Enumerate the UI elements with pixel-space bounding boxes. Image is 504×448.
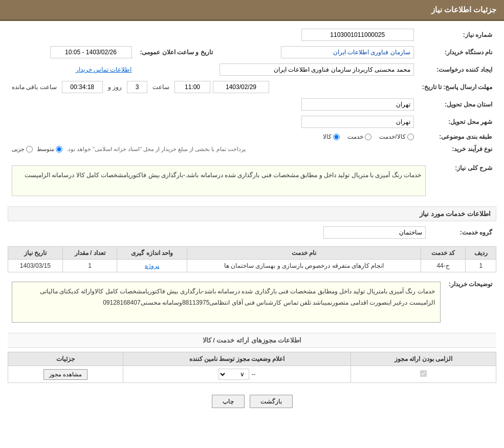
process-jozii-label: جزیی — [12, 146, 25, 153]
general-desc-box: خدمات رنگ آمیزی با متریال تولید داخل و م… — [12, 165, 426, 196]
category-both-label: کالا/خدمت — [379, 133, 405, 140]
permits-table: الزامی بودن ارائه مجوز اعلام وضعیت مجوز … — [8, 352, 496, 383]
city-label: شهر محل تحویل: — [418, 113, 496, 131]
process-type-label: نوع فرآیند خرید: — [418, 143, 496, 155]
permit-status-cell: ∨ -- — [123, 366, 351, 383]
process-motavasset-radio[interactable] — [56, 146, 62, 153]
province-input[interactable] — [301, 98, 414, 111]
service-group-input[interactable] — [323, 226, 426, 239]
buyer-desc-box: خدمات رنگ آمیزی بامتریال تولید داخل ومطا… — [12, 282, 441, 323]
services-table: ردیف کد خدمت نام خدمت واحد اندازه گیری ت… — [8, 246, 496, 272]
category-kala-label: کالا — [323, 133, 332, 140]
back-button[interactable]: بازگشت — [250, 395, 293, 408]
col-row: ردیف — [466, 247, 496, 260]
permit-required-cell — [351, 366, 496, 383]
remaining-time-input[interactable] — [62, 81, 103, 93]
buyer-desc-table: توضیحات خریدار: خدمات رنگ آمیزی بامتریال… — [8, 276, 496, 328]
service-group-label: گروه خدمت: — [430, 224, 496, 241]
category-both-radio[interactable] — [407, 134, 414, 140]
buyer-desc-label: توضیحات خریدار: — [445, 276, 496, 328]
category-label: طبقه بندی موضوعی: — [418, 131, 496, 143]
announcement-date-input[interactable] — [50, 46, 132, 58]
general-desc-table: شرح کلی نیاز: خدمات رنگ آمیزی با متریال … — [8, 160, 496, 201]
permit-status-value: -- — [252, 371, 256, 378]
permit-row: ∨ -- مشاهده مجوز — [8, 366, 496, 383]
service-qty: 1 — [62, 260, 117, 272]
page-title: جزئیات اطلاعات نیاز — [431, 5, 496, 14]
announcement-date-label: تاریخ و ساعت اعلان عمومی: — [136, 44, 217, 61]
remaining-label: ساعت باقی مانده — [12, 83, 57, 91]
deadline-label: مهلت ارسال پاسخ: تا تاریخ: — [418, 78, 496, 96]
permit-status-dropdown[interactable]: ∨ — [218, 369, 249, 380]
contact-info-link[interactable]: اطلاعات تماس خریدار — [76, 66, 132, 73]
days-input[interactable] — [127, 81, 147, 93]
process-motavasset-label: متوسط — [37, 146, 54, 153]
col-name: نام خدمت — [187, 247, 421, 260]
service-group-table: گروه خدمت: — [8, 224, 496, 241]
col-code: کد خدمت — [421, 247, 466, 260]
need-number-label: شماره نیاز: — [418, 26, 496, 44]
time-input[interactable] — [174, 81, 210, 93]
province-label: استان محل تحویل: — [418, 96, 496, 113]
service-date: 1403/03/15 — [8, 260, 63, 272]
permit-details-cell: مشاهده مجوز — [8, 366, 123, 383]
service-unit[interactable]: پروژه — [117, 260, 187, 272]
permit-required-checkbox[interactable] — [420, 370, 427, 377]
service-name: انجام کارهای متفرقه درخصوص بازسازی و بهس… — [187, 260, 421, 272]
service-row-num: 1 — [466, 260, 496, 272]
page-container: جزئیات اطلاعات نیاز شماره نیاز: نام دستگ… — [0, 0, 504, 448]
time-label: ساعت — [152, 83, 169, 91]
col-unit: واحد اندازه گیری — [117, 247, 187, 260]
creator-input[interactable] — [220, 63, 414, 76]
page-header: جزئیات اطلاعات نیاز — [0, 0, 504, 21]
print-button[interactable]: چاپ — [212, 395, 245, 408]
process-jozii-radio[interactable] — [26, 146, 33, 153]
permits-col-required: الزامی بودن ارائه مجوز — [351, 352, 496, 366]
category-service-radio[interactable] — [365, 134, 371, 140]
deadline-date-input[interactable] — [213, 81, 269, 93]
permits-section-title: اطلاعات مجوزهای ارائه خدمت / کالا — [8, 333, 496, 348]
creator-label: ایجاد کننده درخواست: — [418, 61, 496, 78]
category-service-label: خدمت — [347, 133, 363, 140]
buyer-org-input[interactable] — [281, 46, 414, 58]
main-content: شماره نیاز: نام دستگاه خریدار: تاریخ و س… — [0, 21, 504, 421]
service-code: ح-44 — [421, 260, 466, 272]
permits-col-status: اعلام وضعیت مجوز توسط نامین کننده — [123, 352, 351, 366]
col-date: تاریخ نیاز — [8, 247, 63, 260]
col-qty: تعداد / مقدار — [62, 247, 117, 260]
buyer-org-label: نام دستگاه خریدار: — [418, 44, 496, 61]
city-input[interactable] — [301, 116, 414, 128]
service-row: 1 ح-44 انجام کارهای متفرقه درخصوص بازساز… — [8, 260, 496, 272]
days-label: روز و — [108, 83, 122, 91]
process-description: پرداخت تمام یا بخشی از مبلغ خریدار از مح… — [67, 146, 246, 153]
permits-col-details: جزئیات — [8, 352, 123, 366]
action-buttons: بازگشت چاپ — [8, 387, 496, 416]
general-desc-label: شرح کلی نیاز: — [430, 160, 496, 201]
view-permit-button[interactable]: مشاهده مجوز — [43, 369, 87, 380]
info-table: شماره نیاز: نام دستگاه خریدار: تاریخ و س… — [8, 26, 496, 155]
services-section-header: اطلاعات خدمات مورد نیاز — [8, 206, 496, 221]
category-kala-radio[interactable] — [333, 134, 340, 140]
need-number-input[interactable] — [301, 29, 414, 41]
